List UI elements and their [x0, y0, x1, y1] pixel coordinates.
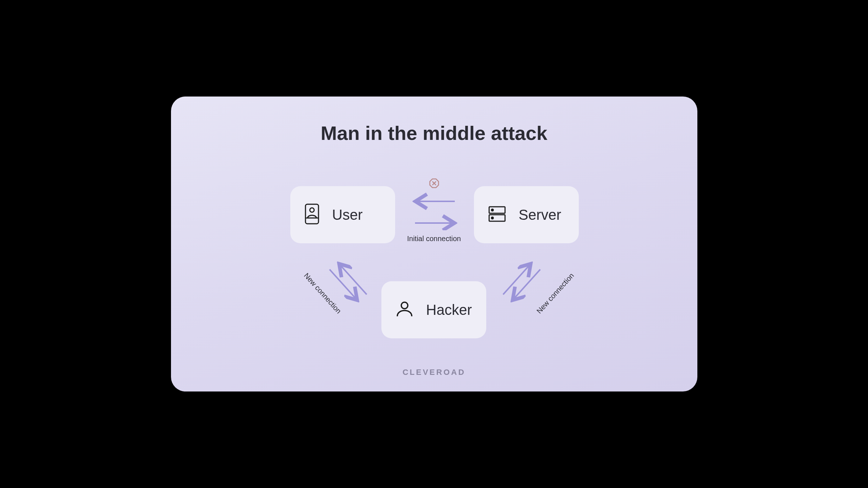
svg-line-14 — [329, 269, 356, 299]
svg-line-13 — [340, 265, 367, 295]
svg-point-7 — [401, 302, 408, 309]
brand-logo: CLEVEROAD — [171, 368, 697, 377]
svg-line-15 — [503, 265, 530, 295]
blocked-icon — [429, 178, 439, 188]
arrows-initial-connection — [402, 191, 467, 230]
diagram-title: Man in the middle attack — [171, 122, 697, 144]
svg-line-16 — [513, 269, 540, 299]
phone-user-icon — [305, 204, 319, 226]
node-server-label: Server — [519, 207, 561, 223]
svg-point-2 — [310, 208, 314, 212]
svg-point-6 — [491, 217, 493, 219]
label-initial-connection: Initial connection — [171, 235, 697, 243]
server-icon — [488, 205, 506, 224]
diagram-canvas: Man in the middle attack User Server — [171, 97, 697, 391]
person-icon — [396, 301, 413, 318]
node-user-label: User — [332, 207, 363, 223]
arrows-left-connection — [317, 249, 379, 315]
node-hacker-label: Hacker — [426, 302, 472, 318]
svg-point-5 — [491, 209, 493, 211]
svg-rect-0 — [305, 204, 318, 224]
node-hacker: Hacker — [381, 281, 486, 338]
